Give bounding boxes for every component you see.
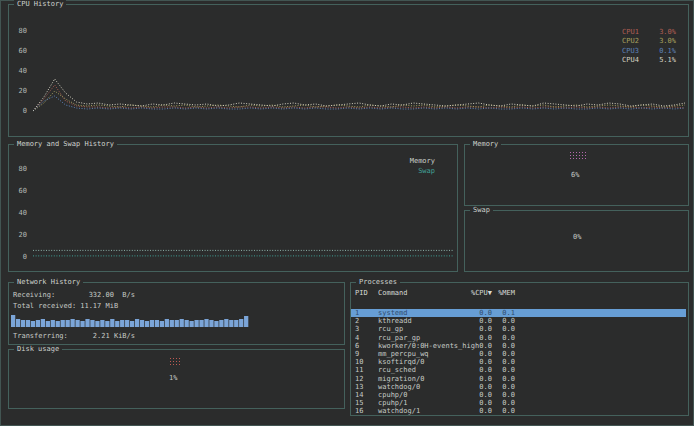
y-tick-label: 0 (11, 253, 27, 261)
network-transferring-line: Transferring: 2.21 KiB/s (13, 332, 135, 340)
cpu-history-title: CPU History (14, 0, 66, 9)
cpu-legend-row: CPU13.0% (622, 28, 676, 37)
process-cell-mem: 0.0 (492, 366, 515, 374)
process-cell-pid: 12 (351, 375, 378, 383)
disk-usage-title: Disk usage (14, 345, 62, 354)
disk-usage-percent: 1% (169, 374, 177, 382)
process-row[interactable]: 9mm_percpu_wq0.00.0 (351, 350, 686, 358)
process-row[interactable]: 6kworker/0:0H-events_high0.00.0 (351, 342, 686, 350)
process-cell-mem: 0.1 (492, 309, 515, 317)
process-cell-cpu: 0.0 (458, 399, 492, 407)
process-cell-mem: 0.0 (492, 399, 515, 407)
processes-panel: Processes PID Command %CPU▼ %MEM 1system… (350, 282, 689, 416)
process-cell-mem: 0.0 (492, 334, 515, 342)
process-cell-pid: 10 (351, 358, 378, 366)
process-cell-cmd: cpuhp/0 (378, 391, 458, 399)
process-row[interactable]: 13watchdog/00.00.0 (351, 383, 686, 391)
process-cell-cpu: 0.0 (458, 366, 492, 374)
process-row[interactable]: 12migration/00.00.0 (351, 375, 686, 383)
process-cell-cmd: mm_percpu_wq (378, 350, 458, 358)
process-cell-cmd: systemd (378, 309, 458, 317)
network-total-received-line: Total received: 11.17 MiB (13, 302, 118, 310)
process-cell-pid: 13 (351, 383, 378, 391)
process-row[interactable]: 4rcu_par_gp0.00.0 (351, 334, 686, 342)
processes-table[interactable]: 1systemd0.00.12kthreadd0.00.03rcu_gp0.00… (351, 309, 686, 415)
system-monitor-screen: CPU History 806040200 CPU13.0%CPU23.0%CP… (0, 0, 694, 426)
cpu-legend-label: CPU2 (622, 37, 646, 46)
process-cell-pid: 16 (351, 407, 378, 415)
process-cell-cpu: 0.0 (458, 317, 492, 325)
process-cell-mem: 0.0 (492, 391, 515, 399)
y-tick-label: 60 (11, 187, 27, 195)
y-tick-label: 0 (11, 107, 27, 115)
process-cell-cpu: 0.0 (458, 375, 492, 383)
process-row[interactable]: 11rcu_sched0.00.0 (351, 366, 686, 374)
cpu-legend-label: CPU4 (622, 56, 646, 65)
process-cell-cmd: ksoftirqd/0 (378, 358, 458, 366)
process-row-selected[interactable]: 1systemd0.00.1 (351, 309, 686, 317)
y-tick-label: 20 (11, 87, 27, 95)
process-cell-mem: 0.0 (492, 383, 515, 391)
process-cell-pid: 11 (351, 366, 378, 374)
transferring-value: 2.21 KiB/s (76, 332, 135, 340)
memory-legend-label: Memory (410, 157, 435, 167)
memory-gauge-title: Memory (470, 140, 501, 149)
col-header-pid[interactable]: PID (351, 289, 378, 297)
cpu-history-panel: CPU History 806040200 CPU13.0%CPU23.0%CP… (8, 4, 689, 137)
col-header-cpu[interactable]: %CPU▼ (458, 289, 492, 297)
cpu-legend-label: CPU3 (622, 47, 646, 56)
receiving-value: 332.00 B/s (76, 291, 135, 299)
process-cell-mem: 0.0 (492, 325, 515, 333)
cpu-legend-row: CPU23.0% (622, 37, 676, 46)
process-cell-mem: 0.0 (492, 407, 515, 415)
process-cell-cpu: 0.0 (458, 309, 492, 317)
network-history-panel: Network History Receiving: 332.00 B/s To… (8, 282, 345, 345)
disk-usage-panel: Disk usage 1% (8, 349, 345, 409)
receiving-label: Receiving: (13, 291, 76, 299)
process-cell-cmd: rcu_sched (378, 366, 458, 374)
process-cell-cpu: 0.0 (458, 342, 492, 350)
y-tick-label: 20 (11, 231, 27, 239)
cpu-legend: CPU13.0%CPU23.0%CPU30.1%CPU45.1% (622, 28, 676, 66)
y-tick-label: 80 (11, 165, 27, 173)
process-cell-cmd: watchdog/1 (378, 407, 458, 415)
process-cell-pid: 6 (351, 342, 378, 350)
process-cell-pid: 3 (351, 325, 378, 333)
network-history-title: Network History (14, 278, 83, 287)
memory-swap-history-chart (33, 157, 453, 265)
process-row[interactable]: 14cpuhp/00.00.0 (351, 391, 686, 399)
memory-swap-history-title: Memory and Swap History (14, 140, 117, 149)
y-tick-label: 60 (11, 47, 27, 55)
process-cell-pid: 9 (351, 350, 378, 358)
process-cell-cmd: kthreadd (378, 317, 458, 325)
cpu-legend-value: 3.0% (646, 37, 676, 46)
process-cell-mem: 0.0 (492, 317, 515, 325)
col-header-command[interactable]: Command (378, 289, 458, 297)
process-cell-cpu: 0.0 (458, 383, 492, 391)
process-row[interactable]: 15cpuhp/10.00.0 (351, 399, 686, 407)
disk-usage-donut (169, 357, 181, 366)
process-row[interactable]: 16watchdog/10.00.0 (351, 407, 686, 415)
process-row[interactable]: 2kthreadd0.00.0 (351, 317, 686, 325)
y-tick-label: 40 (11, 67, 27, 75)
transferring-label: Transferring: (13, 332, 76, 340)
cpu-legend-value: 0.1% (646, 47, 676, 56)
process-cell-mem: 0.0 (492, 342, 515, 350)
process-cell-pid: 4 (351, 334, 378, 342)
process-row[interactable]: 10ksoftirqd/00.00.0 (351, 358, 686, 366)
memory-gauge-percent: 6% (571, 171, 579, 179)
swap-gauge-percent: 0% (573, 233, 581, 241)
memory-swap-history-panel: Memory and Swap History 806040200 Memory… (8, 144, 458, 272)
cpu-legend-row: CPU30.1% (622, 47, 676, 56)
process-cell-mem: 0.0 (492, 350, 515, 358)
processes-title: Processes (356, 278, 400, 287)
process-row[interactable]: 3rcu_gp0.00.0 (351, 325, 686, 333)
process-cell-cmd: migration/0 (378, 375, 458, 383)
memory-swap-legend: Memory Swap (410, 157, 435, 176)
process-cell-cmd: cpuhp/1 (378, 399, 458, 407)
total-received-label: Total received: (13, 302, 76, 310)
process-cell-cmd: rcu_par_gp (378, 334, 458, 342)
cpu-legend-row: CPU45.1% (622, 56, 676, 65)
col-header-mem[interactable]: %MEM (492, 289, 515, 297)
network-receiving-line: Receiving: 332.00 B/s (13, 291, 135, 299)
